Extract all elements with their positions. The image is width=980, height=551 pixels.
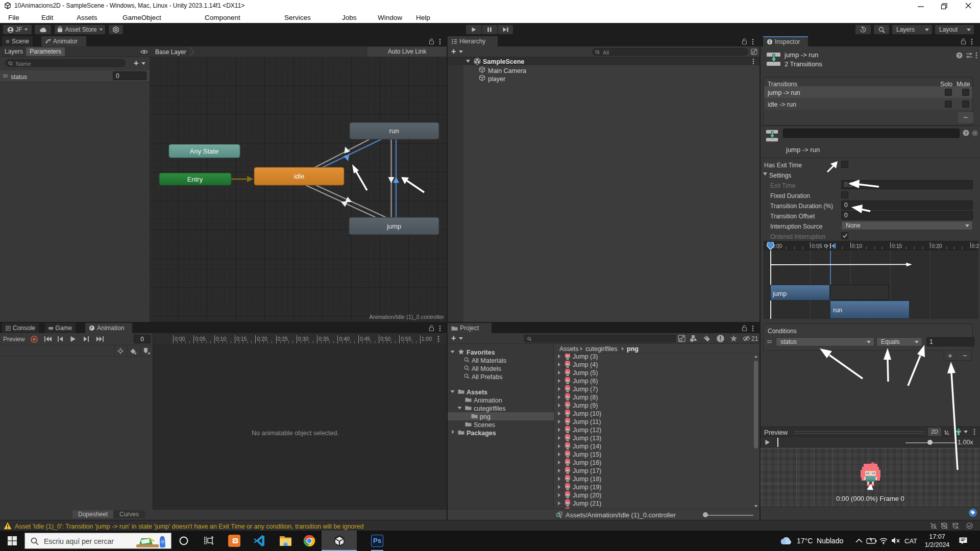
svg-text:idle: idle — [294, 172, 304, 180]
svg-text:?: ? — [958, 53, 961, 58]
svg-text:Animation/Idle (1)_0.controlle: Animation/Idle (1)_0.controller — [369, 314, 444, 320]
svg-text:run: run — [389, 127, 399, 135]
svg-text:Entry: Entry — [187, 176, 203, 183]
svg-text:?: ? — [965, 131, 968, 136]
svg-text:jump: jump — [386, 222, 401, 230]
svg-text:Any State: Any State — [190, 147, 218, 155]
